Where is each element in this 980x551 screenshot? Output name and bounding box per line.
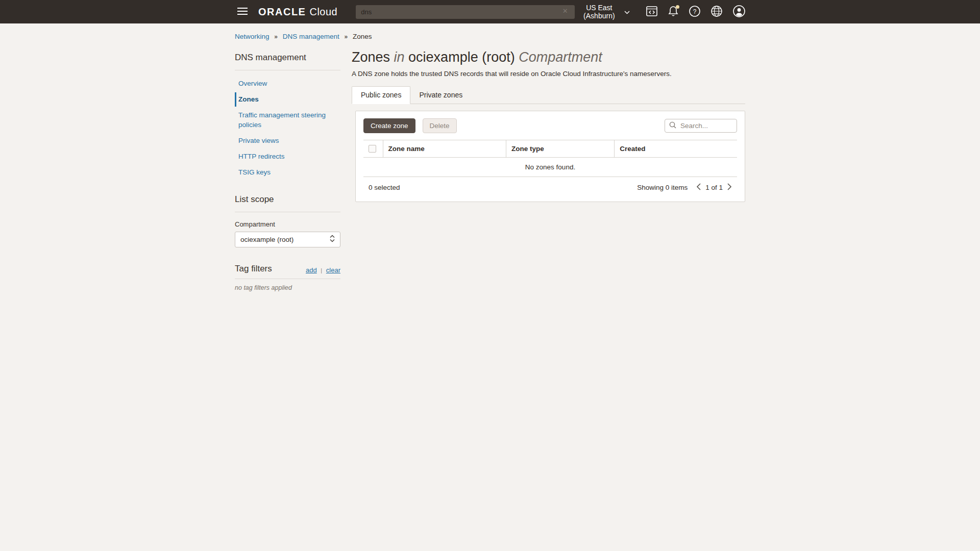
zones-table: Zone name Zone type Created No zones fou…	[363, 140, 737, 177]
breadcrumb-dns-management[interactable]: DNS management	[283, 33, 339, 40]
compartment-select[interactable]: ociexample (root)	[235, 232, 340, 247]
search-clear-button[interactable]: ✕	[559, 7, 571, 15]
compartment-label: Compartment	[235, 220, 340, 228]
tab-public-zones[interactable]: Public zones	[352, 86, 410, 104]
select-chevrons-icon	[330, 235, 335, 244]
page-title-compartment-name: ociexample (root)	[408, 49, 515, 65]
tag-filter-links-separator: |	[321, 267, 322, 273]
pagination: 1 of 1	[696, 183, 732, 192]
chevron-left-icon	[696, 183, 701, 192]
page-indicator: 1 of 1	[705, 184, 723, 191]
chevron-right-icon	[727, 183, 732, 192]
global-search: ✕	[356, 5, 574, 19]
table-header-row: Zone name Zone type Created	[363, 140, 737, 158]
sidebar-item-private-views[interactable]: Private views	[235, 134, 340, 148]
breadcrumb-separator: »	[274, 33, 278, 40]
region-selector[interactable]: US East (Ashburn)	[575, 3, 633, 20]
column-header-zone-name: Zone name	[383, 140, 506, 158]
zones-search	[665, 119, 737, 133]
select-all-checkbox[interactable]	[369, 145, 376, 153]
create-zone-button[interactable]: Create zone	[363, 118, 415, 133]
zones-toolbar: Create zone Delete	[363, 118, 737, 133]
breadcrumb-current-zones: Zones	[353, 33, 372, 40]
zones-panel: Create zone Delete	[355, 111, 745, 202]
sidebar-title: DNS management	[235, 53, 340, 70]
tag-filters-header: Tag filters add | clear	[235, 264, 340, 279]
search-icon	[669, 121, 676, 131]
language-button[interactable]	[711, 6, 722, 18]
avatar-icon	[733, 5, 745, 19]
showing-items-text: Showing 0 items	[637, 184, 688, 191]
breadcrumb-separator: »	[345, 33, 348, 40]
globe-icon	[711, 6, 722, 18]
next-page-button[interactable]	[727, 183, 732, 192]
sidebar-item-http-redirects[interactable]: HTTP redirects	[235, 149, 340, 164]
tag-filter-add-link[interactable]: add	[306, 266, 317, 274]
hamburger-menu-button[interactable]	[235, 5, 250, 19]
close-icon: ✕	[562, 7, 568, 15]
breadcrumb: Networking » DNS management » Zones	[235, 33, 745, 40]
previous-page-button[interactable]	[696, 183, 701, 192]
page-title-zones: Zones	[352, 49, 390, 65]
selected-count: 0 selected	[369, 184, 400, 191]
sidebar-item-tsig-keys[interactable]: TSIG keys	[235, 165, 340, 180]
compartment-selected-value: ociexample (root)	[240, 236, 293, 243]
logo-oracle-text: ORACLE	[258, 6, 306, 18]
region-label: US East (Ashburn)	[578, 4, 621, 20]
hamburger-icon	[237, 7, 248, 17]
tag-filters-title: Tag filters	[235, 264, 272, 274]
main-content: Zones in ociexample (root) Compartment A…	[352, 47, 745, 202]
cloud-shell-button[interactable]	[646, 6, 657, 18]
top-navigation-bar: ORACLE Cloud ✕ US East (Ashburn)	[0, 0, 980, 23]
global-search-input[interactable]	[356, 5, 574, 19]
sidebar-item-traffic-management[interactable]: Traffic management steering policies	[235, 108, 340, 132]
chevron-down-icon	[624, 8, 630, 16]
page-subtitle: A DNS zone holds the trusted DNS records…	[352, 70, 745, 78]
zones-search-input[interactable]	[679, 121, 732, 130]
tab-private-zones[interactable]: Private zones	[410, 86, 471, 104]
sidebar-item-overview[interactable]: Overview	[235, 77, 340, 91]
cloud-shell-icon	[646, 6, 657, 18]
help-icon: ?	[689, 6, 700, 18]
zones-tabs: Public zones Private zones	[352, 86, 745, 104]
page-title-compartment-word: Compartment	[519, 49, 602, 65]
sidebar: DNS management Overview Zones Traffic ma…	[235, 47, 340, 291]
empty-state-message: No zones found.	[363, 158, 737, 177]
empty-state-row: No zones found.	[363, 158, 737, 177]
logo-cloud-text: Cloud	[309, 6, 337, 18]
column-header-created: Created	[615, 140, 737, 158]
column-header-zone-type: Zone type	[506, 140, 615, 158]
notification-badge	[676, 5, 679, 9]
tag-filters-empty-text: no tag filters applied	[235, 284, 340, 291]
help-button[interactable]: ?	[689, 6, 700, 18]
sidebar-nav: Overview Zones Traffic management steeri…	[235, 77, 340, 180]
oracle-cloud-logo[interactable]: ORACLE Cloud	[258, 6, 337, 18]
table-footer: 0 selected Showing 0 items 1 of 1	[363, 177, 737, 194]
breadcrumb-networking[interactable]: Networking	[235, 33, 270, 40]
page-title-in: in	[394, 49, 405, 65]
page-title: Zones in ociexample (root) Compartment	[352, 49, 745, 65]
svg-text:?: ?	[693, 8, 697, 15]
delete-button[interactable]: Delete	[423, 118, 457, 133]
sidebar-item-zones[interactable]: Zones	[235, 92, 340, 107]
notifications-button[interactable]	[668, 6, 678, 18]
tag-filter-clear-link[interactable]: clear	[326, 266, 340, 274]
list-scope-title: List scope	[235, 194, 340, 212]
profile-button[interactable]	[733, 5, 745, 19]
